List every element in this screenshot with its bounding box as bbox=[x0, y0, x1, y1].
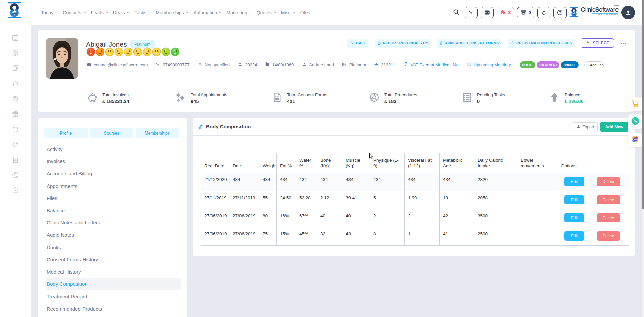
mood-emoji-8[interactable] bbox=[152, 47, 161, 58]
nav-item-files[interactable]: Files bbox=[300, 10, 310, 15]
nav-item-marketing[interactable]: Marketing bbox=[226, 10, 252, 15]
col-metabolic-age[interactable]: Metabolic Age bbox=[440, 153, 474, 173]
delete-button-row-2[interactable]: Delete bbox=[597, 195, 620, 204]
action-report-referrals-by[interactable]: REPORT REFERRALS BY bbox=[375, 39, 430, 48]
sidebar-basket-icon[interactable] bbox=[12, 80, 19, 87]
col-date[interactable]: Date bbox=[229, 153, 259, 173]
mood-scale[interactable] bbox=[86, 47, 180, 58]
delete-button-row-3[interactable]: Delete bbox=[597, 213, 620, 222]
label-pill-client[interactable]: CLIENT bbox=[520, 61, 535, 68]
menu-item-balance[interactable]: Balance bbox=[38, 204, 187, 217]
mood-emoji-7[interactable] bbox=[143, 47, 152, 58]
search-icon[interactable] bbox=[453, 9, 460, 17]
nav-item-automation[interactable]: Automation bbox=[193, 10, 222, 15]
menu-item-treatment-record[interactable]: Treatment Record bbox=[38, 290, 187, 303]
menu-item-files[interactable]: Files bbox=[38, 192, 187, 204]
nav-item-tasks[interactable]: Tasks bbox=[135, 10, 152, 15]
mood-emoji-4[interactable] bbox=[114, 47, 123, 58]
col-water-[interactable]: Water % bbox=[296, 153, 317, 173]
floating-cart-button[interactable] bbox=[628, 97, 643, 111]
menu-item-appointments[interactable]: Appointments bbox=[38, 180, 187, 192]
help-button[interactable] bbox=[553, 7, 567, 18]
mood-emoji-2[interactable] bbox=[96, 47, 105, 58]
sidebar-tags-icon[interactable] bbox=[12, 141, 19, 148]
export-button[interactable]: Export bbox=[573, 122, 598, 131]
nav-item-leads[interactable]: Leads bbox=[91, 10, 109, 15]
phone-button[interactable] bbox=[465, 7, 478, 18]
nav-item-contacts[interactable]: Contacts bbox=[63, 10, 86, 15]
contact-file[interactable]: VAT Exempt Medical: No bbox=[404, 62, 459, 68]
menu-item-recommended-products[interactable]: Recommended Products bbox=[38, 303, 187, 315]
sidebar-cart-icon[interactable] bbox=[12, 125, 19, 133]
contact-calendar-12[interactable]: 12Upcoming Meetings bbox=[467, 62, 512, 68]
col-bowel-movements[interactable]: Bowel movements bbox=[517, 153, 557, 173]
app-logo-icon[interactable] bbox=[7, 2, 22, 20]
action-available-consent-forms[interactable]: AVAILABLE CONSENT FORMS bbox=[437, 39, 501, 48]
menu-item-invoices[interactable]: Invoices bbox=[38, 155, 187, 168]
sidebar-history-icon[interactable] bbox=[12, 95, 19, 102]
sidebar-report-icon[interactable] bbox=[12, 156, 19, 163]
scrollbar-thumb[interactable] bbox=[642, 0, 644, 209]
user-avatar[interactable] bbox=[621, 6, 635, 19]
notifications-button[interactable] bbox=[537, 7, 550, 18]
menu-item-accounts-and-billing[interactable]: Accounts and Billing bbox=[38, 167, 187, 180]
shop-button[interactable]: 0 bbox=[517, 7, 534, 18]
nav-item-today[interactable]: Today bbox=[41, 10, 58, 15]
more-options-button[interactable]: ••• bbox=[621, 41, 626, 46]
delete-button-row-4[interactable]: Delete bbox=[597, 231, 620, 241]
col-rec-date[interactable]: Rec. Date bbox=[201, 153, 229, 173]
col-weight[interactable]: Weight bbox=[259, 153, 277, 173]
sidebar-package-icon[interactable] bbox=[12, 49, 19, 57]
sidebar-briefcase-lock-icon[interactable] bbox=[12, 187, 19, 194]
menu-item-clinic-notes-and-letters[interactable]: Clinic Notes and Letters bbox=[38, 217, 187, 229]
menu-item-activity[interactable]: Activity bbox=[38, 143, 187, 155]
inbox-button[interactable] bbox=[481, 7, 494, 18]
menu-item-drinks[interactable]: Drinks bbox=[38, 241, 187, 254]
col-daily-caloric-intake[interactable]: Daily Caloric Intake bbox=[474, 153, 517, 173]
page-scrollbar[interactable] bbox=[642, 0, 644, 317]
col-physique-1-9-[interactable]: Physique (1-9) bbox=[370, 153, 405, 173]
chat-button[interactable]: 3 bbox=[497, 7, 514, 18]
label-pill-course[interactable]: COURSE bbox=[561, 61, 579, 68]
mood-emoji-1[interactable] bbox=[86, 47, 95, 58]
sidebar-calendar-12-icon[interactable]: 12 bbox=[12, 34, 19, 41]
brand-logo[interactable]: ClinicSoftware.comTEN STEPS AHEAD bbox=[569, 6, 619, 19]
tab-courses[interactable]: Courses bbox=[90, 128, 133, 138]
nav-item-misc[interactable]: Misc bbox=[281, 10, 296, 15]
sidebar-gift-icon[interactable] bbox=[12, 110, 19, 118]
mood-emoji-10[interactable] bbox=[171, 47, 180, 58]
delete-button-row-1[interactable]: Delete bbox=[597, 177, 620, 186]
menu-item-medical-history[interactable]: Medical History bbox=[38, 266, 187, 278]
edit-button-row-4[interactable]: Edit bbox=[564, 231, 584, 241]
edit-button-row-1[interactable]: Edit bbox=[564, 177, 584, 186]
select-button[interactable]: SELECT bbox=[581, 38, 614, 48]
mood-emoji-6[interactable] bbox=[133, 47, 142, 58]
add-new-button[interactable]: Add New bbox=[600, 122, 628, 132]
floating-phone-button[interactable] bbox=[628, 114, 643, 129]
action-call[interactable]: CALL bbox=[347, 39, 368, 48]
label-pill-treatment[interactable]: TREATMENT bbox=[537, 61, 560, 68]
menu-item-audio-notes[interactable]: Audio Notes bbox=[38, 229, 187, 241]
floating-ai-button[interactable]: AI bbox=[628, 133, 643, 147]
tab-memberships[interactable]: Memberships bbox=[136, 128, 179, 138]
nav-item-deals[interactable]: Deals bbox=[113, 10, 130, 15]
mood-emoji-9[interactable] bbox=[161, 47, 170, 58]
mood-emoji-5[interactable] bbox=[124, 47, 133, 58]
add-label-button[interactable]: + Add Label bbox=[584, 61, 604, 68]
sidebar-copy-icon[interactable] bbox=[12, 64, 19, 72]
col-bone-kg-[interactable]: Bone (Kg) bbox=[317, 153, 342, 173]
tab-profile[interactable]: Profile bbox=[44, 128, 88, 138]
col-muscle-kg-[interactable]: Muscle (Kg) bbox=[342, 153, 370, 173]
edit-button-row-2[interactable]: Edit bbox=[564, 195, 584, 204]
nav-item-quotes[interactable]: Quotes bbox=[257, 10, 277, 15]
nav-item-memberships[interactable]: Memberships bbox=[156, 10, 189, 15]
action-rejuvenation-procedures[interactable]: REJUVENATION PROCEDURES bbox=[508, 39, 574, 48]
col-options[interactable]: Options bbox=[557, 153, 629, 173]
menu-item-consent-forms-history[interactable]: Consent Forms History bbox=[38, 253, 187, 266]
mood-emoji-3[interactable] bbox=[105, 47, 114, 58]
col-fat-[interactable]: Fat % bbox=[277, 153, 296, 173]
menu-item-body-composition[interactable]: Body Composition bbox=[45, 278, 181, 290]
edit-button-row-3[interactable]: Edit bbox=[564, 213, 584, 222]
col-visceral-fat-1-12-[interactable]: Visceral Fat (1-12) bbox=[405, 153, 440, 173]
sidebar-support-icon[interactable] bbox=[12, 171, 19, 179]
